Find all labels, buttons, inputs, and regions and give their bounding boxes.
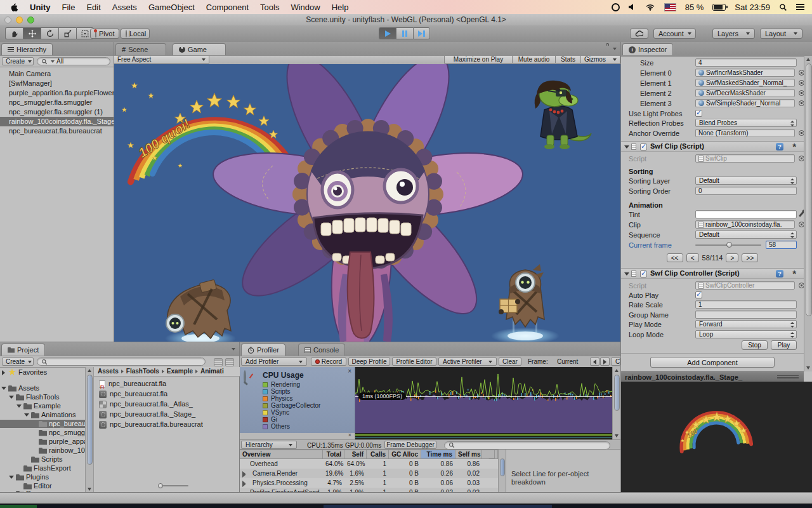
hierarchy-item[interactable]: npc_smuggler.fla.smuggler (1) [0, 107, 114, 117]
component-enabled-checkbox[interactable] [640, 144, 647, 150]
gizmos-dropdown[interactable]: Gizmos [581, 56, 620, 64]
close-icon[interactable]: × [348, 368, 351, 375]
wifi-icon[interactable] [645, 3, 655, 11]
menu-file[interactable]: File [62, 3, 75, 12]
current-frame-field[interactable]: 58 [766, 241, 797, 249]
current-frame-slider-knob[interactable] [726, 242, 732, 248]
legend-item[interactable]: VSync [263, 409, 289, 416]
legend-item[interactable]: Scripts [263, 388, 291, 395]
hierarchy-item[interactable]: Main Camera [0, 69, 114, 79]
tree-item-npc-smuggler[interactable]: npc_smuggle [0, 429, 85, 437]
foldout-icon[interactable] [1, 387, 6, 390]
menubar-clock[interactable]: Sat 23:59 [735, 3, 770, 12]
hand-tool-button[interactable] [5, 27, 23, 39]
add-profiler-dropdown[interactable]: Add Profiler [241, 358, 307, 366]
slider-knob[interactable] [158, 483, 163, 488]
frame-first-button[interactable]: << [667, 253, 683, 262]
rate-scale-field[interactable]: 1 [695, 300, 797, 309]
legend-item[interactable]: Rendering [263, 381, 300, 388]
scroll-up-icon[interactable] [806, 58, 810, 61]
tree-item-flashexport[interactable]: FlashExport [0, 464, 85, 472]
sorting-order-field[interactable]: 0 [695, 187, 797, 195]
creative-cloud-icon[interactable] [612, 3, 620, 11]
group-name-field[interactable] [695, 311, 797, 319]
profiler-search-input[interactable] [444, 441, 610, 450]
hierarchy-item[interactable]: purple_apparition.fla.purpleFlower [0, 88, 114, 98]
foldout-icon[interactable] [9, 476, 14, 479]
tree-item-rainbow[interactable]: rainbow_100c [0, 446, 85, 455]
preview-header[interactable]: rainbow_100coinstoday.fla._Stage_ [621, 371, 804, 382]
inspector-scrollbar[interactable] [804, 56, 812, 371]
prev-frame-button[interactable] [590, 358, 599, 366]
element-3-field[interactable]: SwfSimpleShader_Normal [695, 99, 795, 107]
deep-profile-toggle[interactable]: Deep Profile [348, 358, 390, 366]
legend-item[interactable]: Others [263, 423, 290, 430]
move-tool-button[interactable] [23, 27, 41, 39]
use-light-probes-checkbox[interactable] [695, 110, 702, 117]
maximize-on-play-toggle[interactable]: Maximize on Play [444, 56, 513, 64]
tab-game[interactable]: Game [173, 43, 226, 55]
frame-last-button[interactable]: >> [742, 253, 758, 262]
script-field[interactable]: SwfClip [695, 154, 795, 163]
current-frame-slider[interactable] [695, 244, 761, 246]
scale-tool-button[interactable] [58, 27, 76, 39]
component-enabled-checkbox[interactable] [640, 271, 647, 277]
active-profiler-dropdown[interactable]: Active Profiler [438, 358, 497, 366]
hierarchy-item[interactable]: npc_bureaucrat.fla.bureaucrat [0, 126, 114, 136]
record-toggle[interactable]: Record [311, 358, 346, 366]
file-item[interactable]: npc_bureaucrat.fla._Stage_ [94, 410, 240, 419]
foldout-icon[interactable] [24, 413, 29, 417]
legend-item[interactable]: Physics [263, 395, 292, 402]
file-item[interactable]: npc_bureaucrat.fla [94, 379, 240, 389]
help-icon[interactable] [776, 143, 783, 150]
tree-item-favorites[interactable]: Favorites [0, 368, 85, 377]
menu-assets[interactable]: Assets [112, 3, 137, 12]
rotate-tool-button[interactable] [41, 27, 58, 39]
tint-color-swatch[interactable] [695, 210, 797, 218]
account-dropdown[interactable]: Account [653, 29, 696, 39]
tab-hierarchy[interactable]: Hierarchy [1, 43, 53, 55]
sequence-dropdown[interactable]: Default [695, 231, 797, 239]
tab-inspector[interactable]: Inspector [622, 43, 673, 55]
stop-button[interactable]: Stop [742, 340, 768, 350]
help-icon[interactable] [776, 270, 783, 277]
table-row[interactable]: Camera.Render19.6%1.6%10 B0.260.02 [240, 469, 498, 478]
tree-item-animations[interactable]: Animations [0, 411, 85, 419]
scroll-up-icon[interactable] [88, 369, 91, 372]
cpu-usage-legend-panel[interactable]: × CPU Usage Rendering Scripts Physics Ga… [240, 367, 355, 433]
next-frame-button[interactable] [600, 358, 610, 366]
menu-edit[interactable]: Edit [86, 3, 100, 12]
tree-item-flashtools[interactable]: FlashTools [0, 393, 85, 401]
play-button[interactable] [379, 27, 396, 39]
hierarchy-create-button[interactable]: Create [2, 57, 34, 65]
search-by-type-icon[interactable] [214, 358, 223, 366]
swf-clip-component-header[interactable]: Swf Clip (Script) [621, 141, 804, 152]
breadcrumb-example[interactable]: Example [167, 368, 193, 375]
step-button[interactable] [413, 27, 430, 39]
frame-debugger-button[interactable]: Frame Debugger [384, 441, 436, 449]
table-row[interactable]: Physics.Processing4.7%2.5%10 B0.060.03 [240, 478, 498, 488]
breadcrumb-assets[interactable]: Assets [98, 368, 119, 375]
col-calls[interactable]: Calls [367, 450, 389, 458]
hierarchy-search-input[interactable]: All [37, 57, 110, 65]
tree-item-plugins[interactable]: Plugins [0, 473, 85, 481]
col-total[interactable]: Total [323, 450, 344, 458]
auto-play-checkbox[interactable] [695, 291, 702, 298]
menu-window[interactable]: Window [291, 3, 320, 12]
element-0-field[interactable]: SwfIncrMaskShader [695, 69, 795, 77]
col-gc-alloc[interactable]: GC Alloc [389, 450, 421, 458]
file-item[interactable]: npc_bureaucrat.fla.bureaucrat [94, 420, 240, 429]
col-self[interactable]: Self [344, 450, 367, 458]
frame-prev-button[interactable]: < [686, 253, 699, 262]
foldout-icon[interactable] [624, 272, 629, 276]
swf-clip-controller-component-header[interactable]: Swf Clip Controller (Script) [621, 268, 804, 279]
play-mode-dropdown[interactable]: Forward [695, 320, 797, 328]
hierarchy-item[interactable]: [SwfManager] [0, 79, 114, 88]
mute-audio-toggle[interactable]: Mute audio [513, 56, 556, 64]
notification-center-icon[interactable] [796, 4, 804, 10]
scroll-down-icon[interactable] [806, 366, 810, 370]
tab-console[interactable]: Console [298, 344, 345, 356]
menu-component[interactable]: Component [206, 3, 249, 12]
project-search-input[interactable] [37, 358, 206, 366]
col-warnings[interactable] [482, 450, 498, 458]
